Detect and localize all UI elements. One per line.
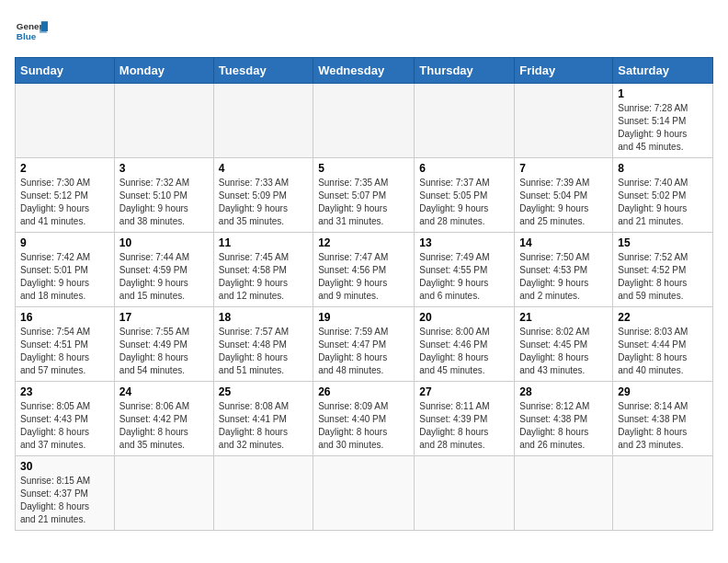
- calendar-cell: 25Sunrise: 8:08 AM Sunset: 4:41 PM Dayli…: [213, 382, 313, 456]
- day-number: 8: [618, 162, 708, 175]
- day-info: Sunrise: 7:52 AM Sunset: 4:52 PM Dayligh…: [618, 251, 708, 303]
- day-number: 11: [219, 236, 308, 249]
- day-info: Sunrise: 7:57 AM Sunset: 4:48 PM Dayligh…: [219, 326, 308, 377]
- calendar-cell: [613, 456, 713, 531]
- calendar-cell: 4Sunrise: 7:33 AM Sunset: 5:09 PM Daylig…: [213, 158, 313, 233]
- calendar-cell: [114, 456, 213, 531]
- day-number: 20: [419, 311, 509, 324]
- calendar-cell: [16, 84, 115, 158]
- day-info: Sunrise: 7:47 AM Sunset: 4:56 PM Dayligh…: [318, 251, 409, 303]
- calendar-cell: 26Sunrise: 8:09 AM Sunset: 4:40 PM Dayli…: [313, 382, 415, 456]
- calendar-cell: 9Sunrise: 7:42 AM Sunset: 5:01 PM Daylig…: [16, 233, 115, 307]
- day-info: Sunrise: 8:08 AM Sunset: 4:41 PM Dayligh…: [219, 400, 308, 452]
- calendar-cell: 16Sunrise: 7:54 AM Sunset: 4:51 PM Dayli…: [16, 307, 115, 382]
- calendar-cell: 13Sunrise: 7:49 AM Sunset: 4:55 PM Dayli…: [415, 233, 515, 307]
- calendar-cell: 29Sunrise: 8:14 AM Sunset: 4:38 PM Dayli…: [613, 382, 713, 456]
- header-day-friday: Friday: [515, 58, 613, 84]
- day-info: Sunrise: 7:55 AM Sunset: 4:49 PM Dayligh…: [119, 326, 209, 377]
- day-number: 10: [119, 236, 209, 249]
- calendar-cell: 22Sunrise: 8:03 AM Sunset: 4:44 PM Dayli…: [613, 307, 713, 382]
- day-info: Sunrise: 7:40 AM Sunset: 5:02 PM Dayligh…: [618, 177, 708, 228]
- day-info: Sunrise: 8:05 AM Sunset: 4:43 PM Dayligh…: [20, 400, 109, 452]
- logo: General Blue: [15, 15, 48, 48]
- calendar-cell: [213, 84, 313, 158]
- week-row-1: 1Sunrise: 7:28 AM Sunset: 5:14 PM Daylig…: [16, 84, 713, 158]
- week-row-4: 16Sunrise: 7:54 AM Sunset: 4:51 PM Dayli…: [16, 307, 713, 382]
- calendar-cell: 20Sunrise: 8:00 AM Sunset: 4:46 PM Dayli…: [415, 307, 515, 382]
- day-info: Sunrise: 7:28 AM Sunset: 5:14 PM Dayligh…: [618, 102, 708, 154]
- calendar-cell: [415, 84, 515, 158]
- week-row-5: 23Sunrise: 8:05 AM Sunset: 4:43 PM Dayli…: [16, 382, 713, 456]
- day-number: 24: [119, 385, 209, 398]
- header-day-thursday: Thursday: [415, 58, 515, 84]
- calendar-cell: [415, 456, 515, 531]
- header-row: SundayMondayTuesdayWednesdayThursdayFrid…: [16, 58, 713, 84]
- calendar-cell: 24Sunrise: 8:06 AM Sunset: 4:42 PM Dayli…: [114, 382, 213, 456]
- calendar-cell: 3Sunrise: 7:32 AM Sunset: 5:10 PM Daylig…: [114, 158, 213, 233]
- day-number: 9: [20, 236, 109, 249]
- calendar-cell: [515, 84, 613, 158]
- day-number: 15: [618, 236, 708, 249]
- day-info: Sunrise: 7:49 AM Sunset: 4:55 PM Dayligh…: [419, 251, 509, 303]
- day-info: Sunrise: 7:50 AM Sunset: 4:53 PM Dayligh…: [519, 251, 608, 303]
- day-info: Sunrise: 8:06 AM Sunset: 4:42 PM Dayligh…: [119, 400, 209, 452]
- header-day-monday: Monday: [114, 58, 213, 84]
- day-info: Sunrise: 8:14 AM Sunset: 4:38 PM Dayligh…: [618, 400, 708, 452]
- page-header: General Blue: [15, 15, 713, 48]
- day-info: Sunrise: 7:45 AM Sunset: 4:58 PM Dayligh…: [219, 251, 308, 303]
- calendar-body: 1Sunrise: 7:28 AM Sunset: 5:14 PM Daylig…: [16, 84, 713, 531]
- day-number: 6: [419, 162, 509, 175]
- calendar-cell: 11Sunrise: 7:45 AM Sunset: 4:58 PM Dayli…: [213, 233, 313, 307]
- day-info: Sunrise: 8:12 AM Sunset: 4:38 PM Dayligh…: [519, 400, 608, 452]
- day-number: 19: [318, 311, 409, 324]
- calendar-cell: 21Sunrise: 8:02 AM Sunset: 4:45 PM Dayli…: [515, 307, 613, 382]
- day-number: 29: [618, 385, 708, 398]
- day-number: 7: [519, 162, 608, 175]
- day-number: 16: [20, 311, 109, 324]
- calendar-cell: 1Sunrise: 7:28 AM Sunset: 5:14 PM Daylig…: [613, 84, 713, 158]
- calendar-cell: 6Sunrise: 7:37 AM Sunset: 5:05 PM Daylig…: [415, 158, 515, 233]
- day-info: Sunrise: 7:59 AM Sunset: 4:47 PM Dayligh…: [318, 326, 409, 377]
- week-row-3: 9Sunrise: 7:42 AM Sunset: 5:01 PM Daylig…: [16, 233, 713, 307]
- calendar-cell: [213, 456, 313, 531]
- calendar-cell: 7Sunrise: 7:39 AM Sunset: 5:04 PM Daylig…: [515, 158, 613, 233]
- day-info: Sunrise: 8:03 AM Sunset: 4:44 PM Dayligh…: [618, 326, 708, 377]
- day-number: 23: [20, 385, 109, 398]
- header-day-tuesday: Tuesday: [213, 58, 313, 84]
- svg-text:Blue: Blue: [17, 31, 37, 41]
- day-info: Sunrise: 8:00 AM Sunset: 4:46 PM Dayligh…: [419, 326, 509, 377]
- day-info: Sunrise: 7:44 AM Sunset: 4:59 PM Dayligh…: [119, 251, 209, 303]
- logo-icon: General Blue: [15, 15, 48, 48]
- calendar-cell: 15Sunrise: 7:52 AM Sunset: 4:52 PM Dayli…: [613, 233, 713, 307]
- day-number: 27: [419, 385, 509, 398]
- week-row-6: 30Sunrise: 8:15 AM Sunset: 4:37 PM Dayli…: [16, 456, 713, 531]
- day-info: Sunrise: 7:30 AM Sunset: 5:12 PM Dayligh…: [20, 177, 109, 228]
- calendar-cell: 10Sunrise: 7:44 AM Sunset: 4:59 PM Dayli…: [114, 233, 213, 307]
- day-number: 14: [519, 236, 608, 249]
- day-info: Sunrise: 7:33 AM Sunset: 5:09 PM Dayligh…: [219, 177, 308, 228]
- day-number: 13: [419, 236, 509, 249]
- day-number: 26: [318, 385, 409, 398]
- calendar-cell: 27Sunrise: 8:11 AM Sunset: 4:39 PM Dayli…: [415, 382, 515, 456]
- header-day-wednesday: Wednesday: [313, 58, 415, 84]
- calendar-cell: [515, 456, 613, 531]
- day-info: Sunrise: 7:39 AM Sunset: 5:04 PM Dayligh…: [519, 177, 608, 228]
- calendar-cell: 18Sunrise: 7:57 AM Sunset: 4:48 PM Dayli…: [213, 307, 313, 382]
- day-info: Sunrise: 8:11 AM Sunset: 4:39 PM Dayligh…: [419, 400, 509, 452]
- day-number: 30: [20, 460, 109, 473]
- day-info: Sunrise: 8:09 AM Sunset: 4:40 PM Dayligh…: [318, 400, 409, 452]
- calendar-cell: [313, 456, 415, 531]
- calendar-cell: 19Sunrise: 7:59 AM Sunset: 4:47 PM Dayli…: [313, 307, 415, 382]
- day-info: Sunrise: 7:42 AM Sunset: 5:01 PM Dayligh…: [20, 251, 109, 303]
- calendar-cell: 30Sunrise: 8:15 AM Sunset: 4:37 PM Dayli…: [16, 456, 115, 531]
- day-info: Sunrise: 7:32 AM Sunset: 5:10 PM Dayligh…: [119, 177, 209, 228]
- calendar-cell: 28Sunrise: 8:12 AM Sunset: 4:38 PM Dayli…: [515, 382, 613, 456]
- calendar-cell: 23Sunrise: 8:05 AM Sunset: 4:43 PM Dayli…: [16, 382, 115, 456]
- day-number: 25: [219, 385, 308, 398]
- day-number: 12: [318, 236, 409, 249]
- day-number: 28: [519, 385, 608, 398]
- calendar-table: SundayMondayTuesdayWednesdayThursdayFrid…: [15, 57, 713, 531]
- calendar-cell: 14Sunrise: 7:50 AM Sunset: 4:53 PM Dayli…: [515, 233, 613, 307]
- header-day-sunday: Sunday: [16, 58, 115, 84]
- calendar-cell: [313, 84, 415, 158]
